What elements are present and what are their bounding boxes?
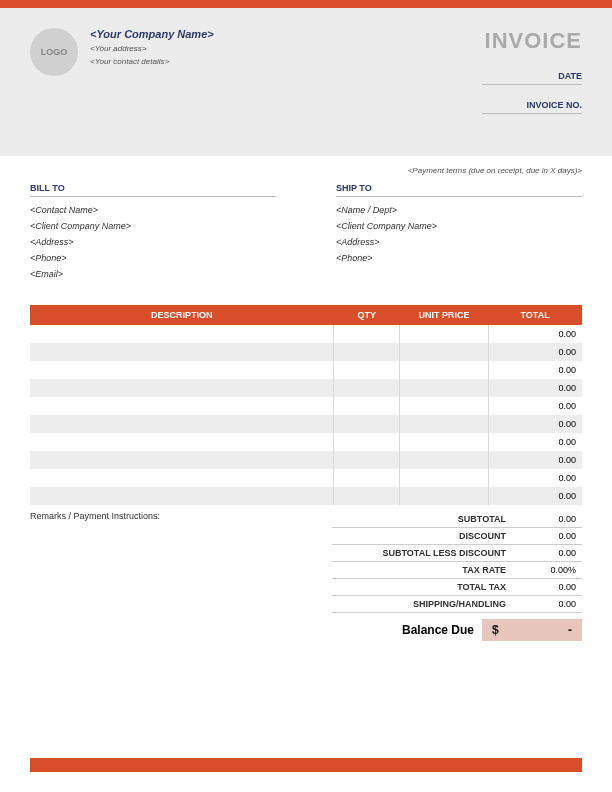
col-total: TOTAL [488,305,582,325]
table-row: 0.00 [30,433,582,451]
table-row: 0.00 [30,451,582,469]
table-cell [30,325,334,343]
company-name: <Your Company Name> [90,28,214,40]
ship-to-company: <Client Company Name> [336,221,582,231]
subtotal-label: SUBTOTAL [338,514,506,524]
table-cell: 0.00 [488,451,582,469]
table-cell [400,469,488,487]
table-row: 0.00 [30,361,582,379]
totals-block: SUBTOTAL0.00 DISCOUNT0.00 SUBTOTAL LESS … [332,511,582,641]
less-discount-value: 0.00 [506,548,576,558]
company-contact: <Your contact details> [90,57,214,66]
table-cell [334,397,400,415]
table-cell [400,379,488,397]
company-address: <Your address> [90,44,214,53]
table-cell [30,343,334,361]
bottom-accent-bar [30,758,582,772]
table-cell [334,361,400,379]
header: LOGO <Your Company Name> <Your address> … [0,8,612,156]
col-description: DESCRIPTION [30,305,334,325]
table-cell: 0.00 [488,415,582,433]
table-cell [400,487,488,505]
table-cell [30,397,334,415]
bill-to-phone: <Phone> [30,253,276,263]
col-unit-price: UNIT PRICE [400,305,488,325]
table-row: 0.00 [30,343,582,361]
addresses: BILL TO <Contact Name> <Client Company N… [0,183,612,305]
ship-to-name: <Name / Dept> [336,205,582,215]
table-cell: 0.00 [488,487,582,505]
table-cell [334,469,400,487]
table-cell [400,415,488,433]
table-row: 0.00 [30,397,582,415]
subtotal-value: 0.00 [506,514,576,524]
ship-to-address: <Address> [336,237,582,247]
balance-row: Balance Due $ - [332,619,582,641]
table-cell [400,451,488,469]
bill-to-address: <Address> [30,237,276,247]
tax-rate-label: TAX RATE [338,565,506,575]
table-cell [400,343,488,361]
table-row: 0.00 [30,379,582,397]
invoice-no-label: INVOICE NO. [482,97,582,114]
below-table: Remarks / Payment Instructions: SUBTOTAL… [0,505,612,641]
table-cell [30,433,334,451]
shipping-value: 0.00 [506,599,576,609]
balance-value: - [568,623,572,637]
table-cell: 0.00 [488,361,582,379]
remarks-label: Remarks / Payment Instructions: [30,511,312,641]
table-row: 0.00 [30,469,582,487]
balance-amount: $ - [482,619,582,641]
table-cell [334,415,400,433]
ship-to-phone: <Phone> [336,253,582,263]
table-cell [30,469,334,487]
discount-value: 0.00 [506,531,576,541]
table-cell [30,361,334,379]
table-cell [400,433,488,451]
company-info: <Your Company Name> <Your address> <Your… [90,28,214,126]
table-cell [400,397,488,415]
bill-to-email: <Email> [30,269,276,279]
table-cell [30,451,334,469]
shipping-label: SHIPPING/HANDLING [338,599,506,609]
table-cell: 0.00 [488,469,582,487]
total-tax-value: 0.00 [506,582,576,592]
table-cell: 0.00 [488,325,582,343]
table-row: 0.00 [30,487,582,505]
invoice-title: INVOICE [482,28,582,54]
col-qty: QTY [334,305,400,325]
table-row: 0.00 [30,325,582,343]
table-cell [30,379,334,397]
bill-to-contact: <Contact Name> [30,205,276,215]
header-left: LOGO <Your Company Name> <Your address> … [30,28,214,126]
date-label: DATE [482,68,582,85]
top-accent-bar [0,0,612,8]
table-cell [334,451,400,469]
tax-rate-value: 0.00% [506,565,576,575]
table-cell [30,415,334,433]
table-cell [400,325,488,343]
discount-label: DISCOUNT [338,531,506,541]
less-discount-label: SUBTOTAL LESS DISCOUNT [338,548,506,558]
table-cell [334,325,400,343]
table-cell [334,343,400,361]
header-right: INVOICE DATE INVOICE NO. [482,28,582,126]
logo-placeholder: LOGO [30,28,78,76]
ship-to-header: SHIP TO [336,183,582,197]
total-tax-label: TOTAL TAX [338,582,506,592]
table-cell: 0.00 [488,343,582,361]
bill-to-company: <Client Company Name> [30,221,276,231]
bill-to: BILL TO <Contact Name> <Client Company N… [30,183,276,285]
table-cell: 0.00 [488,397,582,415]
table-cell [334,379,400,397]
balance-currency: $ [492,623,499,637]
table-cell: 0.00 [488,379,582,397]
ship-to: SHIP TO <Name / Dept> <Client Company Na… [336,183,582,285]
table-cell [334,433,400,451]
table-cell [400,361,488,379]
payment-terms: <Payment terms (due on receipt, due in X… [0,156,612,183]
balance-label: Balance Due [332,623,482,637]
table-row: 0.00 [30,415,582,433]
table-cell [30,487,334,505]
bill-to-header: BILL TO [30,183,276,197]
